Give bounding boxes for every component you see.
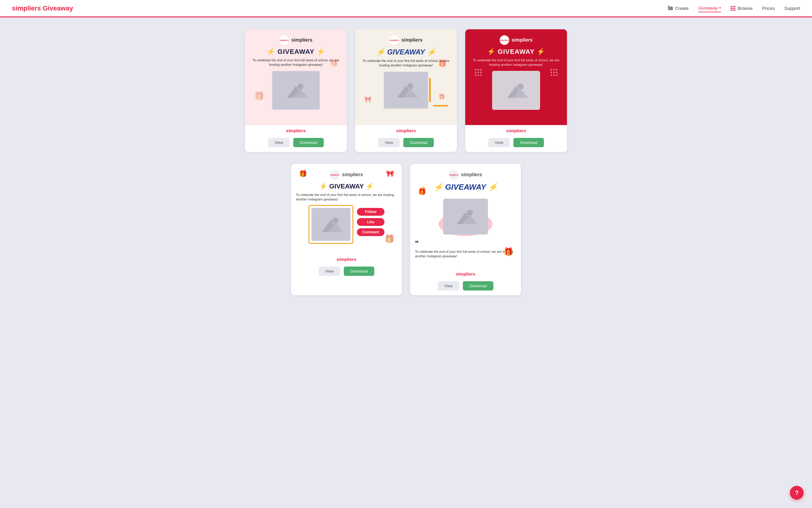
card-3-footer-brand: simpliers: [465, 125, 567, 135]
svg-point-11: [332, 217, 338, 223]
card-5-preview: simpliers simpliers ⚡ ⚡ GIVEAWAY ⚡ 🎁: [410, 164, 521, 268]
card-4-description: To celebrate the end of your first full …: [296, 193, 397, 202]
card-4-image: [311, 208, 350, 241]
nav-giveaway-label: Giveaway: [698, 5, 718, 10]
template-card-1: simpliers simpliers ⚡ GIVEAWAY ⚡ To cele…: [245, 29, 347, 152]
card-3-preview: simpliers simpliers ⚡ GIVEAWAY ⚡ To cele…: [465, 29, 567, 125]
orange-accent-bar: [429, 78, 431, 102]
dots-left-decoration: [475, 69, 482, 76]
help-button[interactable]: ?: [790, 486, 804, 500]
card-3-actions: View Download: [465, 135, 567, 152]
template-card-5: simpliers simpliers ⚡ ⚡ GIVEAWAY ⚡ 🎁: [410, 164, 521, 295]
card-3-title: ⚡ GIVEAWAY ⚡: [487, 48, 545, 56]
card-2-brand-row: simpliers simpliers: [390, 35, 422, 45]
card-5-view-button[interactable]: View: [438, 281, 459, 291]
bolt-icon-left-3: ⚡: [487, 48, 496, 55]
gift-top-right: 🎀: [386, 170, 394, 178]
card-1-view-button[interactable]: View: [268, 138, 290, 147]
navigation: Create Giveaway ▾ Browse Prices Sup: [668, 4, 800, 12]
card-5-brand-circle: simpliers: [449, 170, 459, 179]
card-4-footer-brand: simpliers: [291, 254, 402, 264]
card-4-actions: View Download: [291, 264, 402, 281]
card-4-brand-circle: simpliers: [330, 170, 340, 179]
nav-support-label: Support: [784, 6, 800, 11]
card-1-actions: View Download: [245, 135, 347, 152]
card-2-preview: simpliers simpliers ⚡ GIVEAWAY ⚡ To cele…: [355, 29, 457, 125]
card-5-actions: View Download: [410, 279, 521, 295]
bolt-5-left: ⚡: [433, 182, 443, 192]
gift-box-icon: 🎁: [438, 59, 447, 68]
comment-badge: Comment: [357, 228, 384, 236]
card-4-title: ⚡ GIVEAWAY ⚡: [319, 182, 373, 190]
card-5-download-button[interactable]: Download: [463, 281, 494, 291]
svg-rect-1: [668, 6, 669, 7]
mountain-icon-2: [394, 80, 418, 100]
header: simpliers Giveaway Create Giveaway ▾: [0, 0, 812, 17]
card-1-brand-row: simpliers simpliers: [280, 35, 312, 45]
card-1-footer-brand: simpliers: [245, 125, 347, 135]
gift-decoration-left: 🎁: [254, 91, 264, 101]
card-4-download-button[interactable]: Download: [344, 266, 374, 276]
nav-prices[interactable]: Prices: [762, 4, 775, 12]
follow-badge: Follow: [357, 208, 384, 216]
card-2-download-button[interactable]: Download: [403, 138, 434, 147]
action-badges: Follow Like Comment: [357, 208, 384, 236]
card-5-image: [443, 199, 488, 235]
mountain-icon-3: [504, 80, 528, 101]
card-5-description: To celebrate the end of your first full …: [415, 250, 516, 259]
card-2-footer-brand: simpliers: [355, 125, 457, 135]
card-1-download-button[interactable]: Download: [293, 138, 324, 147]
create-icon: [668, 6, 673, 11]
card-1-brand-name: simpliers: [291, 37, 312, 43]
card-1-description: To celebrate the end of your first full …: [251, 58, 341, 67]
chevron-down-icon: ▾: [719, 6, 721, 10]
svg-point-2: [297, 83, 303, 89]
nav-giveaway[interactable]: Giveaway ▾: [698, 4, 721, 12]
card-3-description: To celebrate the end of your first full …: [471, 58, 561, 67]
grid-icon: [731, 6, 735, 11]
bolt-icon-right-2: ⚡: [427, 48, 436, 56]
card-5-title: ⚡ GIVEAWAY ⚡: [433, 182, 498, 192]
nav-create-label: Create: [675, 6, 689, 11]
gift-decoration-right: 🎁: [330, 59, 338, 67]
dots-right-decoration: [551, 69, 557, 76]
bolt-icon-left: ⚡: [267, 48, 275, 55]
card-2-description: To celebrate the end of your first full …: [361, 59, 451, 68]
card-4-content-row: Follow Like Comment: [308, 205, 384, 244]
gift-5-right: 🎁: [504, 247, 513, 256]
pink-swash-container: [436, 194, 496, 239]
bolt-4-left: ⚡: [319, 182, 327, 190]
cards-row-2: simpliers simpliers 🎁 🎀 ⚡ GIVEAWAY ⚡ To …: [18, 164, 794, 295]
mountain-icon-4: [319, 214, 343, 235]
card-2-view-button[interactable]: View: [378, 138, 400, 147]
card-5-brand-name: simpliers: [461, 172, 482, 177]
card-4-view-button[interactable]: View: [318, 266, 340, 276]
nav-support[interactable]: Support: [784, 4, 800, 12]
card-3-view-button[interactable]: View: [488, 138, 510, 147]
card-4-brand-name: simpliers: [342, 172, 363, 177]
bolt-4-right: ⚡: [366, 182, 374, 190]
card-1-preview: simpliers simpliers ⚡ GIVEAWAY ⚡ To cele…: [245, 29, 347, 125]
main-content: simpliers simpliers ⚡ GIVEAWAY ⚡ To cele…: [0, 17, 812, 307]
mountain-icon: [284, 80, 308, 101]
orange-bottom-bar: [433, 105, 448, 107]
card-3-download-button[interactable]: Download: [513, 138, 544, 147]
gift-top-left: 🎁: [299, 170, 307, 178]
logo-text-brand: Giveaway: [43, 4, 73, 12]
nav-prices-label: Prices: [762, 6, 775, 11]
card-4-preview: simpliers simpliers 🎁 🎀 ⚡ GIVEAWAY ⚡ To …: [291, 164, 402, 254]
card-5-footer-brand: simpliers: [410, 268, 521, 279]
logo-text-plain: simpliers: [12, 4, 43, 12]
card-2-image: [384, 72, 428, 109]
gift-bottom-right: 🎁: [384, 234, 395, 244]
card-5-brand-row: simpliers simpliers: [449, 170, 482, 179]
gift-icon-bottom: 🎁: [438, 93, 445, 100]
quote-mark: ": [415, 239, 419, 248]
bolt-icon-right-3: ⚡: [537, 48, 545, 55]
nav-browse[interactable]: Browse: [731, 4, 753, 12]
gift-5-left: 🎁: [418, 188, 426, 196]
gift-small-icon: 🎀: [364, 96, 372, 103]
card-1-image: [272, 71, 320, 110]
nav-create[interactable]: Create: [668, 4, 689, 12]
template-card-2: simpliers simpliers ⚡ GIVEAWAY ⚡ To cele…: [355, 29, 457, 152]
